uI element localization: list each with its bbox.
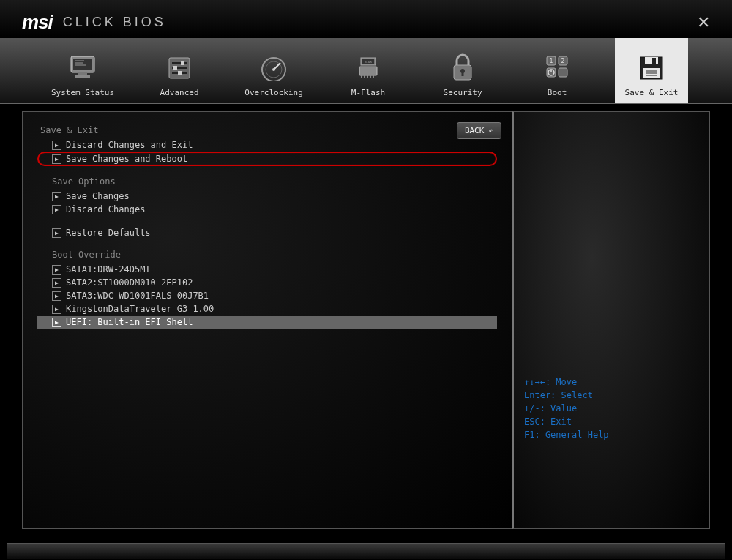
bottom-bar [7, 543, 725, 559]
menu-label: SATA2:ST1000DM010-2EP102 [66, 277, 193, 288]
svg-rect-9 [181, 61, 184, 65]
svg-rect-5 [78, 72, 87, 75]
svg-text:BIOS: BIOS [365, 60, 372, 64]
arrow-icon: ▶ [52, 154, 61, 164]
menu-label: SATA1:DRW-24D5MT [66, 264, 151, 275]
boot-sata3[interactable]: ▶ SATA3:WDC WD1001FALS-00J7B1 [37, 289, 497, 302]
menu-label: Discard Changes and Exit [66, 140, 193, 150]
undo-icon: ↶ [488, 126, 493, 135]
back-button[interactable]: BACK ↶ [457, 122, 501, 139]
arrow-icon: ▶ [52, 141, 61, 150]
help-line: F1: General Help [524, 428, 699, 441]
chip-icon: BIOS [353, 53, 384, 83]
close-icon[interactable]: ✕ [697, 13, 710, 32]
tab-label: Advanced [160, 88, 199, 97]
tab-security[interactable]: Security [426, 38, 499, 103]
menu-group-restore: ▶ Restore Defaults [37, 226, 497, 239]
arrow-icon: ▶ [52, 265, 61, 275]
svg-rect-26 [373, 75, 374, 78]
tab-system-status[interactable]: System Status [44, 38, 122, 103]
monitor-icon [67, 53, 98, 83]
boot-sata1[interactable]: ▶ SATA1:DRW-24D5MT [37, 263, 497, 276]
svg-rect-39 [645, 57, 658, 64]
panel-title: Save & Exit [37, 125, 497, 135]
boot-usb[interactable]: ▶ KingstonDataTraveler G3 1.00 [37, 302, 497, 316]
svg-rect-25 [370, 75, 371, 78]
svg-rect-24 [367, 75, 368, 78]
tab-overclocking[interactable]: Overclocking [237, 38, 310, 103]
boot-uefi-shell[interactable]: ▶ UEFI: Built-in EFI Shell [37, 316, 497, 329]
tab-label: Boot [548, 88, 567, 97]
sliders-icon [164, 53, 195, 83]
key-help: ↑↓→←: Move Enter: Select +/-: Value ESC:… [524, 376, 699, 441]
tab-save-exit[interactable]: Save & Exit [615, 38, 688, 103]
tab-m-flash[interactable]: BIOS M-Flash [332, 38, 405, 103]
menu-label: SATA3:WDC WD1001FALS-00J7B1 [66, 291, 209, 301]
menu-discard-changes[interactable]: ▶ Discard Changes [37, 203, 497, 216]
menu-group-boot-override: Boot Override ▶ SATA1:DRW-24D5MT ▶ SATA2… [37, 250, 497, 329]
svg-rect-40 [652, 58, 656, 64]
msi-logo: msi [22, 11, 53, 34]
tab-advanced[interactable]: Advanced [143, 38, 216, 103]
help-line: Enter: Select [524, 389, 699, 402]
group-header: Boot Override [37, 250, 497, 260]
help-panel: ↑↓→←: Move Enter: Select +/-: Value ESC:… [512, 111, 710, 529]
arrow-icon: ▶ [52, 291, 61, 301]
arrow-icon: ▶ [52, 228, 61, 238]
tab-boot[interactable]: 12 Boot [520, 38, 594, 103]
arrow-icon: ▶ [52, 192, 61, 201]
header-bar: msi CLICK BIOS ✕ [0, 0, 732, 38]
menu-save-reboot[interactable]: ▶ Save Changes and Reboot [37, 152, 497, 166]
menu-group-save-options: Save Options ▶ Save Changes ▶ Discard Ch… [37, 176, 497, 216]
svg-rect-13 [178, 71, 182, 75]
svg-rect-23 [364, 75, 365, 78]
lock-icon [447, 53, 478, 83]
group-header: Save Options [37, 176, 497, 187]
tab-bar: System Status Advanced Overclocking BIOS… [0, 38, 732, 104]
floppy-icon [636, 53, 667, 83]
svg-rect-22 [361, 75, 362, 78]
help-line: +/-: Value [524, 402, 699, 415]
help-line: ↑↓→←: Move [524, 376, 699, 389]
tab-label: System Status [51, 88, 114, 97]
svg-rect-1 [73, 59, 92, 70]
arrow-icon: ▶ [52, 318, 61, 327]
arrow-icon: ▶ [52, 205, 61, 214]
menu-save-changes[interactable]: ▶ Save Changes [37, 190, 497, 203]
menu-label: Discard Changes [66, 204, 145, 214]
arrow-icon: ▶ [52, 305, 61, 314]
menu-label: KingstonDataTraveler G3 1.00 [66, 304, 214, 314]
arrow-icon: ▶ [52, 278, 61, 288]
svg-point-17 [272, 68, 275, 71]
bios-title: CLICK BIOS [63, 15, 166, 30]
menu-label: Save Changes [66, 191, 130, 201]
svg-rect-6 [75, 75, 90, 78]
back-label: BACK [465, 126, 485, 135]
tab-label: Security [444, 88, 482, 97]
svg-text:2: 2 [561, 58, 565, 64]
boot-sata2[interactable]: ▶ SATA2:ST1000DM010-2EP102 [37, 276, 497, 289]
menu-discard-exit[interactable]: ▶ Discard Changes and Exit [37, 138, 497, 152]
boot-icon: 12 [542, 53, 572, 83]
tab-label: M-Flash [351, 88, 385, 97]
tab-label: Save & Exit [625, 88, 679, 97]
svg-rect-11 [173, 66, 177, 70]
menu-label: Save Changes and Reboot [66, 154, 187, 164]
svg-rect-29 [462, 72, 464, 76]
tab-label: Overclocking [244, 88, 302, 97]
svg-text:1: 1 [550, 58, 553, 64]
gauge-icon [258, 53, 289, 83]
menu-group-exit: ▶ Discard Changes and Exit ▶ Save Change… [37, 138, 497, 166]
main-content: BACK ↶ Save & Exit ▶ Discard Changes and… [0, 104, 732, 536]
menu-panel: BACK ↶ Save & Exit ▶ Discard Changes and… [22, 111, 512, 529]
menu-restore-defaults[interactable]: ▶ Restore Defaults [37, 226, 497, 239]
menu-label: Restore Defaults [66, 228, 151, 238]
menu-label: UEFI: Built-in EFI Shell [66, 317, 193, 327]
help-line: ESC: Exit [524, 415, 699, 428]
svg-rect-21 [359, 67, 377, 75]
svg-rect-37 [559, 68, 567, 77]
